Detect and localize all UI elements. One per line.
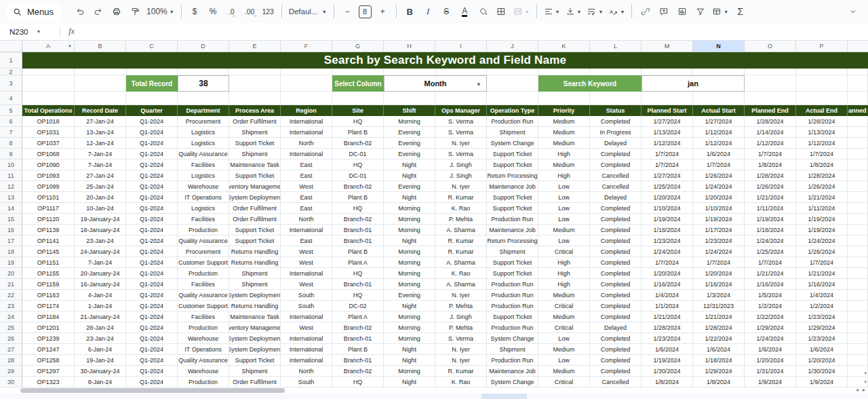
grid-cell[interactable]: [281, 69, 332, 75]
table-cell[interactable]: Q1-2024: [126, 355, 178, 366]
text-rotation-button[interactable]: A ▼: [606, 3, 627, 20]
table-cell[interactable]: 1/16/2024: [693, 279, 745, 290]
table-cell[interactable]: 1/28/2024: [642, 322, 693, 333]
table-cell[interactable]: A. Sharma: [435, 279, 487, 290]
table-cell[interactable]: South: [281, 290, 332, 301]
name-box[interactable]: N230 ▼: [0, 28, 58, 36]
table-cell[interactable]: 1/12/2024: [642, 138, 693, 149]
table-cell[interactable]: Low: [538, 355, 590, 366]
select-column-dropdown[interactable]: Month ▼: [384, 75, 487, 92]
row-header-1[interactable]: 1: [0, 52, 22, 69]
table-cell[interactable]: 1/12/2024: [693, 127, 745, 138]
column-header-L[interactable]: L: [590, 41, 642, 52]
row-header-21[interactable]: 21: [0, 279, 22, 290]
table-cell[interactable]: Completed: [590, 268, 642, 279]
table-cell[interactable]: 1/6/2024: [745, 344, 796, 355]
table-cell[interactable]: 1/8/2024: [642, 377, 693, 387]
table-cell[interactable]: 7-Jan-24: [75, 149, 126, 159]
table-cell[interactable]: Quality Assurance: [178, 290, 229, 301]
table-cell[interactable]: 1/16/2024: [745, 279, 796, 290]
table-cell[interactable]: 1/26/2024: [796, 181, 848, 192]
column-header-O[interactable]: O: [745, 41, 796, 52]
table-cell[interactable]: Branch-01: [332, 279, 384, 290]
table-cell[interactable]: 1/19/2024: [642, 355, 693, 366]
table-cell[interactable]: Medium: [538, 225, 590, 235]
table-cell[interactable]: Morning: [384, 268, 435, 279]
grid-cell[interactable]: [745, 75, 796, 92]
table-cell[interactable]: 1/7/2024: [642, 159, 693, 170]
table-cell[interactable]: IT Operations: [178, 344, 229, 355]
grid-cell[interactable]: [642, 92, 693, 105]
table-cell[interactable]: Support Ticket: [229, 235, 281, 246]
table-cell[interactable]: Production Run: [487, 116, 538, 127]
table-cell[interactable]: Low: [538, 214, 590, 225]
table-cell[interactable]: Facilities: [178, 279, 229, 290]
table-cell[interactable]: East: [281, 170, 332, 181]
table-cell[interactable]: 4-Jan-24: [75, 290, 126, 301]
table-cell[interactable]: 1/21/2024: [796, 268, 848, 279]
increase-decimal-button[interactable]: .00→: [241, 3, 258, 20]
horizontal-align-button[interactable]: ▼: [542, 3, 562, 20]
table-cell[interactable]: Critical: [538, 377, 590, 387]
row-header-3[interactable]: 3: [0, 75, 22, 92]
table-cell[interactable]: 1/24/2024: [745, 333, 796, 344]
table-cell[interactable]: Support Ticket: [487, 149, 538, 159]
row-header-9[interactable]: 9: [0, 149, 22, 159]
table-cell[interactable]: Q1-2024: [126, 225, 178, 235]
table-cell[interactable]: OP1247: [22, 344, 75, 355]
table-cell[interactable]: 1/8/2024: [693, 377, 745, 387]
table-cell[interactable]: Plant A: [332, 311, 384, 322]
table-cell[interactable]: Completed: [590, 355, 642, 366]
table-cell[interactable]: Morning: [384, 225, 435, 235]
row-header-8[interactable]: 8: [0, 138, 22, 149]
table-header-cell[interactable]: Department: [178, 105, 229, 116]
table-cell[interactable]: R. Kumar: [435, 192, 487, 203]
table-cell[interactable]: [848, 333, 868, 344]
table-cell[interactable]: Critical: [538, 246, 590, 257]
table-cell[interactable]: [848, 322, 868, 333]
select-all-corner[interactable]: [0, 41, 22, 52]
table-cell[interactable]: 1/20/2024: [745, 355, 796, 366]
table-header-cell[interactable]: Status: [590, 105, 642, 116]
table-cell[interactable]: Branch-01: [332, 333, 384, 344]
table-cell[interactable]: 1/29/2024: [745, 322, 796, 333]
table-cell[interactable]: 1/8/2024: [796, 159, 848, 170]
table-cell[interactable]: North: [281, 214, 332, 225]
table-cell[interactable]: 1/10/2024: [642, 203, 693, 214]
column-header-E[interactable]: E: [229, 41, 281, 52]
table-cell[interactable]: 1/7/2024: [745, 149, 796, 159]
table-cell[interactable]: Maintenance Job: [487, 225, 538, 235]
table-cell[interactable]: North: [281, 366, 332, 377]
column-header-B[interactable]: B: [75, 41, 126, 52]
table-cell[interactable]: 1/28/2024: [745, 170, 796, 181]
table-cell[interactable]: Branch-01: [332, 235, 384, 246]
table-cell[interactable]: 1/9/2024: [796, 377, 848, 387]
table-cell[interactable]: K. Rao: [435, 203, 487, 214]
column-header-H[interactable]: H: [384, 41, 435, 52]
table-cell[interactable]: Returns Handling: [229, 257, 281, 268]
table-cell[interactable]: Maintenance Job: [487, 366, 538, 377]
table-cell[interactable]: Plant B: [332, 344, 384, 355]
strikethrough-button[interactable]: S: [438, 3, 455, 20]
table-cell[interactable]: 1/24/2024: [745, 235, 796, 246]
table-cell[interactable]: System Deployment: [229, 333, 281, 344]
table-cell[interactable]: HQ: [332, 203, 384, 214]
grid-cell[interactable]: [796, 75, 848, 92]
column-header-M[interactable]: M: [642, 41, 693, 52]
table-cell[interactable]: N. Iyer: [435, 290, 487, 301]
table-cell[interactable]: 1/28/2024: [693, 322, 745, 333]
table-cell[interactable]: 1/24/2024: [693, 181, 745, 192]
table-cell[interactable]: Q1-2024: [126, 257, 178, 268]
table-cell[interactable]: 1/7/2024: [796, 149, 848, 159]
text-wrap-button[interactable]: ▼: [585, 3, 605, 20]
table-cell[interactable]: Support Ticket: [229, 225, 281, 235]
table-cell[interactable]: High: [538, 170, 590, 181]
table-cell[interactable]: Completed: [590, 225, 642, 235]
table-cell[interactable]: [848, 301, 868, 311]
grid-cell[interactable]: [487, 75, 538, 92]
table-cell[interactable]: 1/23/2024: [693, 235, 745, 246]
table-cell[interactable]: 1/2/2024: [796, 301, 848, 311]
column-header-I[interactable]: I: [435, 41, 487, 52]
table-cell[interactable]: Plant B: [332, 127, 384, 138]
grid-cell[interactable]: [126, 92, 178, 105]
